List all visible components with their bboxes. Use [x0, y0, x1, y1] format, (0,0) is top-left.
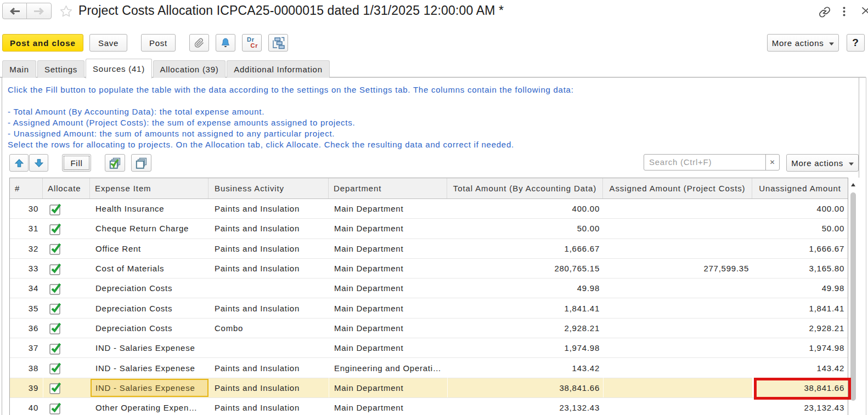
- svg-text:Cr: Cr: [251, 42, 258, 49]
- svg-text:Dr: Dr: [247, 36, 255, 43]
